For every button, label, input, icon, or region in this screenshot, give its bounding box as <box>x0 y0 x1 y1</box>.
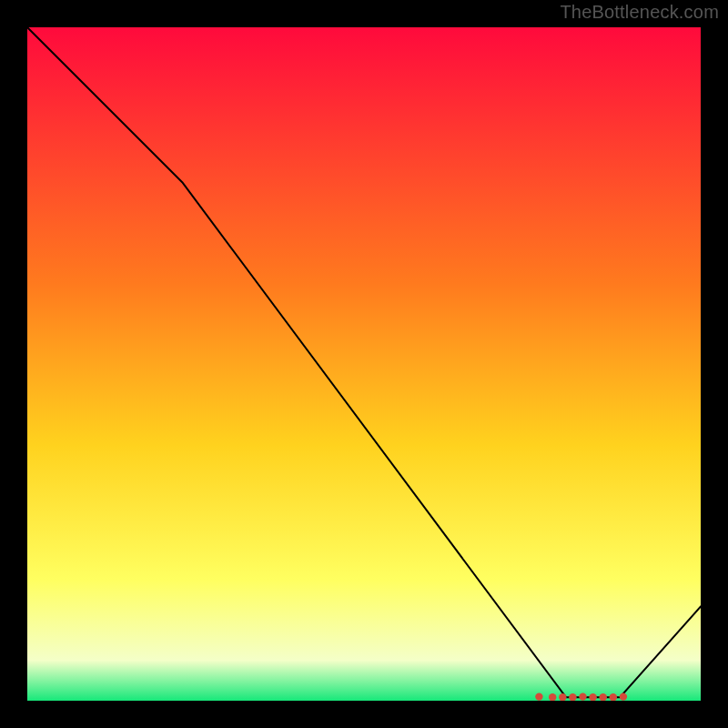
watermark-text: TheBottleneck.com <box>560 2 719 23</box>
marker-dot <box>620 693 627 700</box>
marker-dot <box>535 693 542 700</box>
marker-dot <box>579 693 586 700</box>
plot-svg <box>27 27 701 701</box>
chart-frame: TheBottleneck.com <box>0 0 728 728</box>
plot-area <box>27 27 701 701</box>
